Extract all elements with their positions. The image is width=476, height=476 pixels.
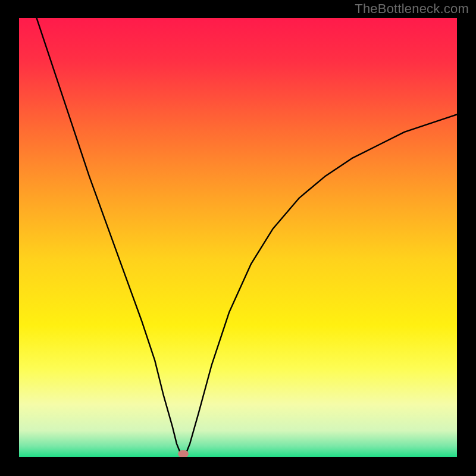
bottleneck-chart — [19, 18, 457, 457]
gradient-background — [19, 18, 457, 457]
chart-frame: TheBottleneck.com — [0, 0, 476, 476]
watermark-text: TheBottleneck.com — [355, 1, 469, 17]
chart-svg — [19, 18, 457, 457]
